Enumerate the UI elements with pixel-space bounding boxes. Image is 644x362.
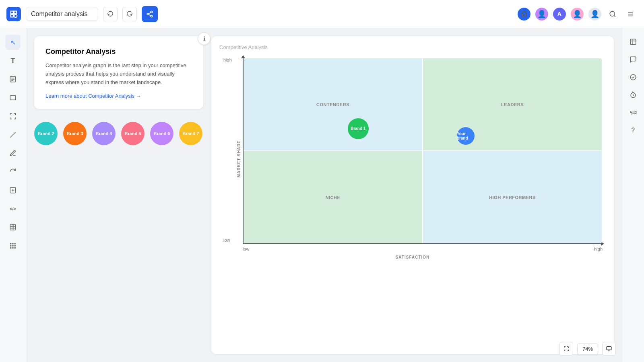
svg-rect-5 (10, 96, 16, 100)
chart-title: Competitive Analysis (219, 44, 606, 50)
svg-point-1 (147, 13, 149, 15)
x-axis-high-label: high (594, 247, 603, 251)
svg-point-2 (151, 15, 153, 17)
niche-label: NICHE (326, 195, 341, 200)
right-tool-check[interactable] (626, 70, 640, 84)
avatar-1[interactable]: 👤 (535, 7, 549, 21)
tool-code[interactable]: </> (5, 201, 21, 216)
brand-bubble-brand7[interactable]: Brand 7 (179, 122, 202, 145)
svg-point-16 (12, 247, 13, 248)
canvas-area: ℹ Competitor Analysis Competitor analysi… (26, 28, 622, 362)
zoom-level[interactable]: 74% (577, 343, 598, 355)
left-sidebar: ↖ T (0, 28, 26, 362)
bottom-bar: 74% (559, 342, 616, 356)
right-tool-timer[interactable] (626, 88, 640, 102)
svg-rect-8 (10, 224, 16, 230)
right-tool-announce[interactable] (626, 105, 640, 120)
redo-button[interactable] (122, 7, 137, 21)
tool-text[interactable]: T (5, 53, 21, 68)
tool-note[interactable] (5, 72, 21, 87)
right-tool-layers[interactable] (626, 35, 640, 49)
svg-line-6 (10, 132, 16, 138)
y-axis-high-label: high (223, 58, 232, 62)
chart-bubble-yourbrand[interactable]: Your brand (457, 127, 475, 145)
chart-bubble-brand1[interactable]: Brand 1 (348, 118, 369, 139)
svg-point-19 (630, 74, 636, 80)
quadrant-container: CONTENDERS LEADERS NICHE HIGH PERFORMERS (244, 58, 602, 243)
topbar: Competitor analysis 🎧 👤 A 👤 👤 (0, 0, 644, 28)
quadrant-high-performers: HIGH PERFORMERS (423, 151, 602, 243)
svg-point-11 (14, 243, 15, 244)
chart-panel: Competitive Analysis high MARKET SHARE C… (211, 36, 614, 354)
quadrant-niche: NICHE (244, 151, 422, 243)
svg-point-14 (14, 245, 15, 246)
present-button[interactable] (602, 342, 616, 356)
tool-table[interactable] (5, 220, 21, 235)
brand-bubble-brand4[interactable]: Brand 4 (92, 122, 116, 145)
search-button[interactable] (605, 7, 620, 21)
svg-point-15 (10, 247, 11, 248)
tool-rotate[interactable] (5, 164, 21, 179)
right-sidebar: ? (622, 28, 644, 362)
right-tool-help[interactable]: ? (626, 123, 640, 138)
info-icon[interactable]: ℹ (198, 32, 211, 45)
tool-line[interactable] (5, 127, 21, 142)
quadrant-leaders: LEADERS (423, 58, 602, 150)
contenders-label: CONTENDERS (316, 102, 349, 107)
leaders-label: LEADERS (501, 102, 524, 107)
info-description: Competitor analysis graph is the last st… (45, 62, 192, 86)
svg-point-0 (151, 11, 153, 13)
quadrant-contenders: CONTENDERS (244, 58, 422, 150)
undo-button[interactable] (103, 7, 118, 21)
info-panel: ℹ Competitor Analysis Competitor analysi… (34, 36, 203, 354)
collaborators: 🎧 👤 A 👤 👤 (517, 7, 638, 21)
right-tool-comments[interactable] (626, 52, 640, 67)
fit-screen-button[interactable] (559, 342, 573, 356)
info-card: ℹ Competitor Analysis Competitor analysi… (34, 36, 203, 109)
svg-point-3 (610, 11, 615, 16)
quadrant-grid: CONTENDERS LEADERS NICHE HIGH PERFORMERS (244, 58, 602, 243)
svg-point-10 (12, 243, 13, 244)
brand-bubble-brand5[interactable]: Brand 5 (121, 122, 144, 145)
tool-apps[interactable] (5, 238, 21, 253)
svg-rect-18 (630, 39, 636, 45)
logo[interactable] (6, 7, 21, 21)
avatar-3[interactable]: 👤 (588, 7, 602, 21)
document-title[interactable]: Competitor analysis (26, 8, 98, 21)
svg-rect-21 (607, 347, 611, 350)
x-axis-low-label: low (243, 247, 250, 251)
svg-point-9 (10, 243, 11, 244)
svg-point-13 (12, 245, 13, 246)
brand-bubble-brand2[interactable]: Brand 2 (34, 122, 58, 145)
svg-point-17 (14, 247, 15, 248)
chart-area: high MARKET SHARE CONTENDERS LEADERS (219, 54, 606, 263)
tool-select[interactable]: ↖ (5, 35, 21, 50)
info-link[interactable]: Learn more about Competitor Analysis → (45, 93, 141, 99)
brands-row: Brand 2Brand 3Brand 4Brand 5Brand 6Brand… (34, 122, 203, 145)
svg-point-12 (10, 245, 11, 246)
x-axis-arrow (243, 243, 602, 244)
avatar-a[interactable]: A (552, 7, 567, 21)
tool-insert[interactable] (5, 183, 21, 198)
avatar-headphone[interactable]: 🎧 (517, 7, 531, 21)
high-performers-label: HIGH PERFORMERS (489, 195, 536, 200)
settings-button[interactable] (623, 7, 638, 21)
share-button[interactable] (142, 6, 158, 22)
tool-frame[interactable] (5, 109, 21, 124)
y-axis-low-label: low (223, 238, 230, 243)
brand-bubble-brand3[interactable]: Brand 3 (63, 122, 87, 145)
tool-pen[interactable] (5, 146, 21, 161)
x-axis-mid-label: SATISFACTION (396, 255, 430, 259)
y-axis-mid-label: MARKET SHARE (237, 140, 241, 178)
info-title: Competitor Analysis (45, 47, 192, 56)
main-layout: ↖ T (0, 28, 644, 362)
avatar-2[interactable]: 👤 (570, 7, 584, 21)
tool-rectangle[interactable] (5, 90, 21, 105)
brand-bubble-brand6[interactable]: Brand 6 (150, 122, 173, 145)
